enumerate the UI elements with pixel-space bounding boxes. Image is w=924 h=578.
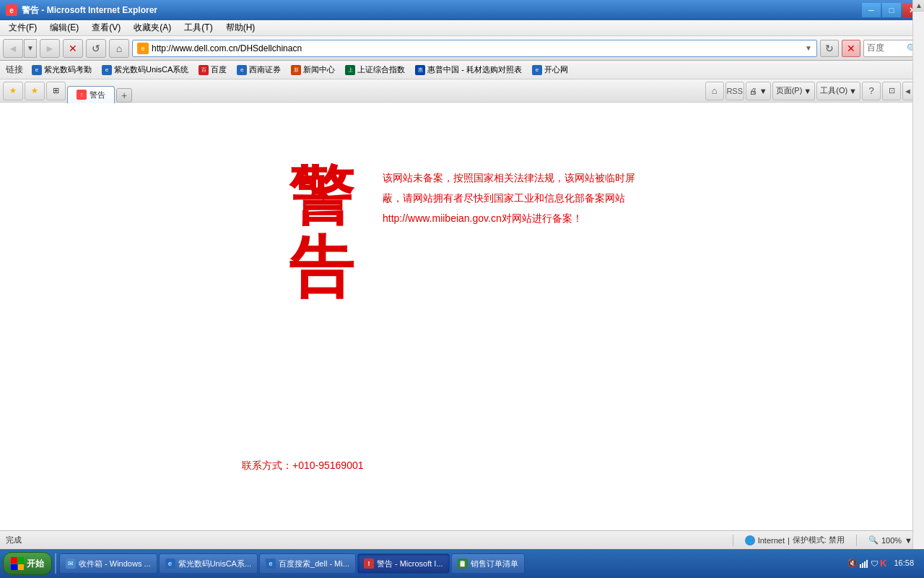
stop-button[interactable]: ✕ bbox=[63, 39, 83, 58]
system-clock[interactable]: 16:58 bbox=[889, 558, 918, 569]
tools-label: 工具(O) bbox=[820, 85, 847, 96]
fav-item-1[interactable]: e 紫光数码考勤 bbox=[27, 63, 96, 77]
taskbar: 开始 ✉ 收件箱 - Windows ... e 紫光数码UnisCA系... … bbox=[0, 549, 924, 578]
menu-view[interactable]: 查看(V) bbox=[86, 20, 126, 35]
page-content: 警告 该网站未备案，按照国家相关法律法规，该网站被临时屏 蔽，请网站拥有者尽快到… bbox=[0, 103, 924, 361]
fav-icon-8: e bbox=[532, 65, 542, 75]
fav-item-4[interactable]: e 西南证券 bbox=[232, 63, 285, 77]
refresh-button[interactable]: ↺ bbox=[86, 39, 106, 58]
svg-rect-0 bbox=[860, 564, 861, 568]
taskbar-icon-4: ! bbox=[364, 558, 374, 569]
back-button[interactable]: ◄ bbox=[3, 39, 23, 58]
zoom-status[interactable]: 🔍 100% ▼ bbox=[863, 535, 918, 545]
taskbar-item-1[interactable]: ✉ 收件箱 - Windows ... bbox=[59, 553, 157, 574]
tray-icon-3[interactable]: 🛡 bbox=[871, 559, 879, 568]
address-dropdown[interactable]: ▼ bbox=[805, 44, 812, 52]
zoom-dropdown[interactable]: ▼ bbox=[905, 536, 912, 545]
tray-area: 🔇 🛡 K bbox=[847, 558, 886, 569]
taskbar-icon-1: ✉ bbox=[66, 558, 76, 569]
toolbar-right: ⌂ RSS 🖨 ▼ 页面(P) ▼ 工具(O) ▼ ? ⊡ ◄► bbox=[705, 82, 921, 100]
nav-bar: ◄ ▼ ► ✕ ↺ ⌂ e http://www.dell.com.cn/DHS… bbox=[0, 36, 924, 61]
fav-item-7[interactable]: 惠 惠普中国 - 耗材选购对照表 bbox=[411, 63, 526, 77]
menu-tools[interactable]: 工具(T) bbox=[178, 20, 218, 35]
menu-favorites[interactable]: 收藏夹(A) bbox=[128, 20, 177, 35]
fav-icon-4: e bbox=[237, 65, 247, 75]
taskbar-icon-3: e bbox=[266, 558, 276, 569]
warning-line2: 蔽，请网站拥有者尽快到国家工业和信息化部备案网站 bbox=[383, 188, 635, 208]
fav-icon-5: 新 bbox=[291, 65, 301, 75]
add-favorites-button[interactable]: ★ bbox=[3, 82, 23, 100]
go-button[interactable]: ↻ bbox=[820, 40, 839, 57]
home-button[interactable]: ⌂ bbox=[109, 39, 129, 58]
favorites-btn[interactable]: ★ bbox=[25, 82, 45, 100]
status-text: 完成 bbox=[6, 535, 727, 545]
address-text: http://www.dell.com.cn/DHSdellchinacn bbox=[152, 43, 805, 53]
fav-label-7: 惠普中国 - 耗材选购对照表 bbox=[427, 64, 522, 75]
star2-icon: ★ bbox=[31, 86, 38, 95]
taskbar-icon-5: 📋 bbox=[458, 558, 468, 569]
fav-label-3: 百度 bbox=[211, 64, 227, 75]
fav-item-8[interactable]: e 开心网 bbox=[528, 63, 572, 77]
windows-logo bbox=[11, 557, 24, 570]
forward-nav-button[interactable]: ► bbox=[40, 39, 60, 58]
fav-label-1: 紫光数码考勤 bbox=[44, 64, 92, 75]
tab-title: 警告 bbox=[90, 90, 105, 100]
taskbar-item-5[interactable]: 📋 销售订单清单 bbox=[451, 553, 525, 574]
fav-item-3[interactable]: 百 百度 bbox=[194, 63, 231, 77]
fav-label-4: 西南证券 bbox=[249, 64, 281, 75]
fav-label-8: 开心网 bbox=[544, 64, 568, 75]
stop-nav-button[interactable]: ✕ bbox=[842, 40, 860, 57]
help-btn[interactable]: ? bbox=[862, 82, 881, 100]
views-icon: ⊞ bbox=[53, 86, 59, 95]
compat-btn[interactable]: ⊡ bbox=[882, 82, 901, 100]
active-tab[interactable]: ! 警告 bbox=[67, 86, 115, 103]
tab-bar: ! 警告 + bbox=[67, 79, 704, 103]
main-content: 警告 该网站未备案，按照国家相关法律法规，该网站被临时屏 蔽，请网站拥有者尽快到… bbox=[0, 103, 924, 530]
fav-label-5: 新闻中心 bbox=[303, 64, 335, 75]
taskbar-item-2[interactable]: e 紫光数码UnisCA系... bbox=[159, 553, 258, 574]
menu-bar: 文件(F) 编辑(E) 查看(V) 收藏夹(A) 工具(T) 帮助(H) bbox=[0, 20, 924, 36]
zoom-text: 100% bbox=[881, 536, 902, 545]
tools-btn[interactable]: 工具(O) ▼ bbox=[816, 82, 860, 100]
fav-icon-3: 百 bbox=[199, 65, 209, 75]
page-btn[interactable]: 页面(P) ▼ bbox=[772, 82, 816, 100]
warning-line1: 该网站未备案，按照国家相关法律法规，该网站被临时屏 bbox=[383, 168, 635, 188]
menu-edit[interactable]: 编辑(E) bbox=[44, 20, 84, 35]
start-button[interactable]: 开始 bbox=[3, 552, 52, 575]
window-title: 警告 - Microsoft Internet Explorer bbox=[22, 4, 157, 17]
menu-help[interactable]: 帮助(H) bbox=[220, 20, 261, 35]
maximize-button[interactable]: □ bbox=[882, 3, 901, 17]
search-placeholder: 百度 bbox=[867, 42, 905, 54]
warning-text-block: 该网站未备案，按照国家相关法律法规，该网站被临时屏 蔽，请网站拥有者尽快到国家工… bbox=[383, 160, 635, 228]
menu-file[interactable]: 文件(F) bbox=[3, 20, 43, 35]
scroll-up[interactable]: ▲ bbox=[913, 0, 924, 12]
content-wrapper: 警告 该网站未备案，按照国家相关法律法规，该网站被临时屏 蔽，请网站拥有者尽快到… bbox=[0, 103, 924, 530]
taskbar-item-4[interactable]: ! 警告 - Microsoft I... bbox=[357, 553, 450, 574]
pipe: | bbox=[788, 536, 790, 545]
scroll-track[interactable] bbox=[913, 12, 924, 566]
forward-button[interactable]: ▼ bbox=[24, 39, 37, 58]
taskbar-label-5: 销售订单清单 bbox=[471, 558, 518, 569]
rss-btn[interactable]: RSS bbox=[725, 82, 744, 100]
new-tab-button[interactable]: + bbox=[116, 88, 132, 103]
scrollbar[interactable]: ▲ ▼ bbox=[912, 0, 924, 578]
print-btn[interactable]: 🖨 ▼ bbox=[746, 82, 771, 100]
views-btn[interactable]: ⊞ bbox=[46, 82, 66, 100]
minimize-button[interactable]: ─ bbox=[862, 3, 881, 17]
tray-icon-4[interactable]: K bbox=[880, 558, 886, 569]
fav-label-2: 紫光数码UnisCA系统 bbox=[114, 64, 188, 75]
address-bar[interactable]: e http://www.dell.com.cn/DHSdellchinacn … bbox=[132, 40, 817, 57]
fav-item-6[interactable]: 上 上证综合指数 bbox=[341, 63, 409, 77]
taskbar-item-3[interactable]: e 百度搜索_dell - Mi... bbox=[259, 553, 356, 574]
home-toolbar-btn[interactable]: ⌂ bbox=[705, 82, 724, 100]
star-icon: ★ bbox=[9, 86, 17, 95]
tray-icon-2[interactable] bbox=[859, 558, 869, 569]
fav-item-2[interactable]: e 紫光数码UnisCA系统 bbox=[97, 63, 193, 77]
page-icon: e bbox=[137, 43, 149, 54]
fav-item-5[interactable]: 新 新闻中心 bbox=[287, 63, 339, 77]
zone-status: 🌐 Internet | 保护模式: 禁用 bbox=[739, 535, 850, 545]
fav-icon-2: e bbox=[102, 65, 112, 75]
tray-icon-1[interactable]: 🔇 bbox=[847, 558, 858, 568]
protection-text: 保护模式: 禁用 bbox=[793, 535, 845, 545]
svg-rect-1 bbox=[862, 563, 863, 568]
